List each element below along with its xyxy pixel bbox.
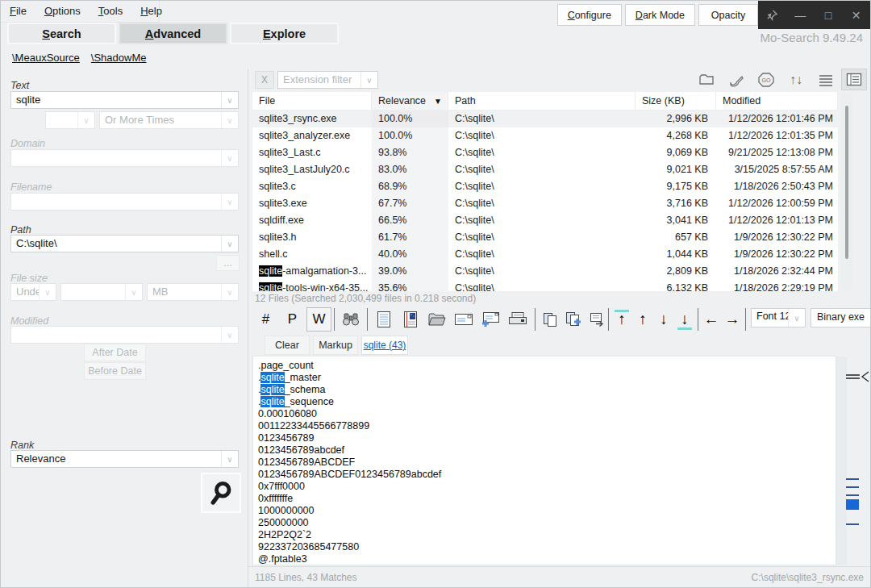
source-link[interactable]: \MeauxSource <box>12 52 80 64</box>
send-page-button[interactable] <box>585 307 608 332</box>
minimize-icon[interactable]: — <box>786 1 815 29</box>
tab-explore[interactable]: Explore <box>230 23 339 44</box>
chevron-down-icon[interactable]: ∨ <box>221 451 238 467</box>
path-input[interactable]: C:\sqlite\ ∨ <box>10 235 239 252</box>
markup-button[interactable]: Markup <box>313 336 358 355</box>
table-row[interactable]: sqlite3_rsync.exe100.0%C:\sqlite\2,996 K… <box>252 111 838 127</box>
notepad-button[interactable] <box>370 307 397 332</box>
dark-mode-button[interactable]: Dark Mode <box>625 4 695 26</box>
table-row[interactable]: sqlite3.c68.9%C:\sqlite\9,175 KB1/18/202… <box>252 178 838 195</box>
modified-input[interactable]: ∨ <box>10 326 239 344</box>
table-row[interactable]: sqlite3_LastJuly20.c83.0%C:\sqlite\9,021… <box>252 161 838 178</box>
preview-content[interactable]: .page_count.sqlite_master.sqlite_schema.… <box>252 356 836 565</box>
open-folder-button[interactable] <box>423 307 450 332</box>
menu-item-options[interactable]: Options <box>35 1 90 22</box>
menu-item-file[interactable]: File <box>1 1 35 22</box>
table-row[interactable]: sqlite3_Last.c93.8%C:\sqlite\9,069 KB9/2… <box>252 144 838 161</box>
preview-mode-button-p[interactable]: P <box>280 307 305 332</box>
results-scrollbar-thumb[interactable] <box>845 106 848 259</box>
extension-filter-input[interactable]: Extension filter ∨ <box>277 71 378 89</box>
pipe-button[interactable] <box>723 69 749 90</box>
preview-mode-button-w[interactable]: W <box>306 307 331 332</box>
table-row[interactable]: sqlite-amalgamation-3...39.0%C:\sqlite\2… <box>252 263 838 280</box>
details-view-button[interactable] <box>841 69 867 90</box>
list-view-button[interactable] <box>813 69 839 90</box>
sort-order-button[interactable]: ↑↓ <box>783 69 809 90</box>
chevron-down-icon[interactable]: ∨ <box>125 284 142 300</box>
clear-button[interactable]: Clear <box>265 336 310 355</box>
tab-advanced[interactable]: Advanced <box>119 23 227 44</box>
chevron-down-icon[interactable]: ∨ <box>221 284 238 300</box>
go-last-match-button[interactable]: ↓ <box>674 307 695 332</box>
chevron-down-icon[interactable]: ∨ <box>77 112 94 128</box>
previous-match-button[interactable]: ↑ <box>632 307 653 332</box>
table-row[interactable]: sqlite-tools-win-x64-35...35.6%C:\sqlite… <box>252 280 838 291</box>
filesize-unit-select[interactable]: MB ∨ <box>147 283 239 301</box>
tab-search[interactable]: Search <box>7 23 116 44</box>
previous-file-button[interactable]: ← <box>701 307 722 332</box>
domain-input[interactable]: ∨ <box>10 149 239 167</box>
go-button[interactable]: GO <box>753 69 779 90</box>
email-add-button[interactable] <box>477 307 503 332</box>
menu-item-help[interactable]: Help <box>131 1 171 22</box>
print-button[interactable] <box>503 307 532 332</box>
match-marker-block[interactable] <box>846 499 859 510</box>
view-mode-box[interactable]: Binary exe <box>811 308 871 327</box>
font-select[interactable]: Font 12 ∨ <box>751 308 806 327</box>
rank-select[interactable]: Relevance ∨ <box>10 450 239 468</box>
chevron-down-icon[interactable]: ∨ <box>39 284 56 300</box>
configure-button[interactable]: Configure <box>557 4 622 26</box>
match-marker[interactable] <box>846 523 859 525</box>
copy-add-button[interactable] <box>561 307 585 332</box>
filesize-value-input[interactable]: ∨ <box>60 283 143 301</box>
column-header-modified[interactable]: Modified <box>716 92 838 110</box>
table-row[interactable]: sqlite3_analyzer.exe100.0%C:\sqlite\4,26… <box>252 127 838 144</box>
preview-scrollbar[interactable] <box>836 357 847 565</box>
filename-input[interactable]: ∨ <box>10 193 239 211</box>
match-marker[interactable] <box>846 486 859 488</box>
preview-mode-button-#[interactable]: # <box>253 307 278 332</box>
chevron-down-icon[interactable]: ∨ <box>221 112 238 128</box>
column-header-relevance[interactable]: Relevance▼ <box>372 92 448 110</box>
browse-button[interactable]: ... <box>216 255 240 271</box>
chevron-down-icon[interactable]: ∨ <box>221 150 238 166</box>
menu-item-tools[interactable]: Tools <box>90 1 131 22</box>
column-header-file[interactable]: File <box>252 92 372 110</box>
chevron-down-icon[interactable]: ∨ <box>221 327 238 343</box>
next-match-button[interactable]: ↓ <box>653 307 674 332</box>
chevron-down-icon[interactable]: ∨ <box>221 194 238 210</box>
chevron-down-icon[interactable]: ∨ <box>221 92 238 108</box>
filesize-under-select[interactable]: Under ∨ <box>10 283 56 301</box>
pin-icon[interactable] <box>758 1 786 29</box>
table-row[interactable]: shell.c40.0%C:\sqlite\1,044 KB1/9/2026 1… <box>252 246 838 263</box>
chevron-down-icon[interactable]: ∨ <box>221 236 238 252</box>
repeat-select[interactable]: Or More Times ∨ <box>99 111 239 129</box>
close-icon[interactable]: ✕ <box>842 1 870 29</box>
markup-view-button[interactable] <box>397 307 423 332</box>
search-button[interactable] <box>201 473 241 513</box>
column-header-sizekb[interactable]: Size (KB) <box>636 92 716 110</box>
table-row[interactable]: sqlite3.exe67.7%C:\sqlite\3,716 KB1/12/2… <box>252 195 838 212</box>
chevron-down-icon[interactable]: ∨ <box>360 72 377 88</box>
table-row[interactable]: sqldiff.exe66.5%C:\sqlite\3,041 KB1/12/2… <box>252 212 838 229</box>
clear-filter-button[interactable]: X <box>255 71 274 89</box>
match-tab[interactable]: sqlite (43) <box>361 336 408 355</box>
chevron-down-icon[interactable]: ∨ <box>788 309 805 327</box>
source-link[interactable]: \ShadowMe <box>91 52 147 64</box>
count-input[interactable]: ∨ <box>45 111 95 129</box>
copy-button[interactable] <box>538 307 561 332</box>
go-first-match-button[interactable]: ↑ <box>611 307 632 332</box>
maximize-icon[interactable]: □ <box>815 1 843 29</box>
match-marker[interactable] <box>846 494 859 496</box>
before-date-button[interactable]: Before Date <box>84 362 146 380</box>
email-button[interactable] <box>450 307 477 332</box>
column-header-path[interactable]: Path <box>448 92 636 110</box>
find-button[interactable] <box>337 307 365 332</box>
next-file-button[interactable]: → <box>722 307 743 332</box>
text-input[interactable]: sqlite ∨ <box>10 91 239 109</box>
current-line-marker-icon[interactable] <box>846 370 871 385</box>
table-row[interactable]: sqlite3.h61.7%C:\sqlite\657 KB1/9/2026 1… <box>252 229 838 246</box>
match-marker[interactable] <box>846 478 859 480</box>
opacity-button[interactable]: Opacity <box>698 4 758 26</box>
after-date-button[interactable]: After Date <box>84 344 146 361</box>
